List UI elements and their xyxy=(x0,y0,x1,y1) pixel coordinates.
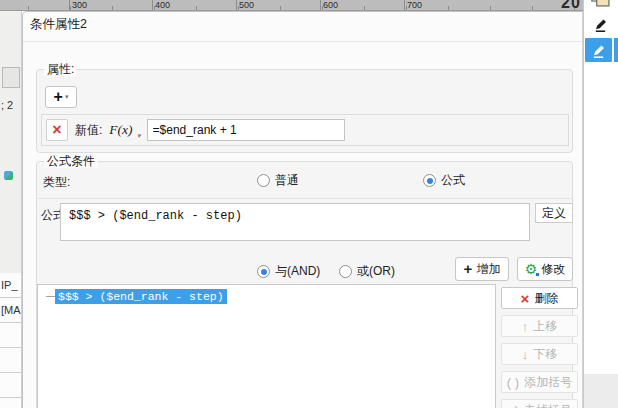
move-down-label: 下移 xyxy=(533,346,557,363)
radio-circle-icon xyxy=(257,174,270,187)
condition-list[interactable]: $$$ > ($end_rank - step) xyxy=(37,284,496,408)
clipped-background-fragment: 20 xyxy=(561,0,581,11)
radio-normal-label: 普通 xyxy=(275,172,299,189)
delete-condition-button[interactable]: × 删除 xyxy=(501,287,578,309)
left-panel-icon xyxy=(4,171,13,180)
pencil-icon-white xyxy=(585,42,612,59)
fx-icon: F(x) xyxy=(109,122,132,137)
horizontal-ruler: 300 400 500 600 700 20 xyxy=(0,0,583,11)
radio-or-label: 或(OR) xyxy=(357,263,395,280)
chevron-down-icon: ▾ xyxy=(65,93,69,101)
grid-cell xyxy=(0,398,21,408)
brackets-icon: ( ) xyxy=(507,376,519,389)
title-separator xyxy=(23,41,582,42)
ruler-mark-500: 500 xyxy=(239,0,254,11)
left-fragment-text: ; 2 xyxy=(1,99,13,111)
delete-label: 删除 xyxy=(534,290,558,307)
left-background-panel: ; 2 IP_ [MA xyxy=(0,11,22,408)
plus-icon: + xyxy=(464,262,473,276)
gear-icon: ⚙ xyxy=(525,262,538,276)
group-inner-separator xyxy=(38,198,573,199)
new-value-input[interactable] xyxy=(147,119,345,141)
add-attribute-button[interactable]: + ▾ xyxy=(45,86,77,108)
grid-cell xyxy=(0,348,21,373)
attributes-group: 属性: + ▾ × 新值: F(x) ▾ xyxy=(36,69,573,153)
grid-cell: [MA xyxy=(0,298,21,323)
pencil-tool-button-active[interactable] xyxy=(585,38,612,62)
formula-condition-group: 公式条件 类型: 普通 公式 公式= $$$ > ($end_rank - st… xyxy=(36,161,573,408)
red-x-icon: × xyxy=(521,292,530,305)
attributes-group-label: 属性: xyxy=(44,62,77,76)
grid-cell xyxy=(0,323,21,348)
modify-condition-button[interactable]: ⚙ 修改 xyxy=(517,257,573,281)
add-brackets-label: 添加括号 xyxy=(524,374,572,391)
pencil-tool-button[interactable] xyxy=(588,13,612,34)
radio-and[interactable]: 与(AND) xyxy=(257,263,320,280)
pencil-icon xyxy=(588,16,612,33)
move-up-button[interactable]: ↑ 上移 xyxy=(501,315,578,337)
radio-formula-label: 公式 xyxy=(441,172,465,189)
condition-attribute-dialog: 条件属性2 属性: + ▾ × 新值: F(x) ▾ 公式 xyxy=(22,11,583,408)
move-up-label: 上移 xyxy=(533,318,557,335)
up-arrow-icon: ↑ xyxy=(522,320,529,333)
define-button[interactable]: 定义 xyxy=(535,203,573,223)
active-tool-indicator xyxy=(614,38,618,62)
formula-fx-button[interactable]: F(x) ▾ xyxy=(109,122,139,138)
remove-brackets-button[interactable]: ×) 去掉括号 xyxy=(501,399,578,408)
grid-cell xyxy=(0,373,21,398)
formula-group-label: 公式条件 xyxy=(44,154,98,168)
formula-input[interactable]: $$$ > ($end_rank - step) xyxy=(60,203,530,241)
condition-actions-column: × 删除 ↑ 上移 ↓ 下移 ( ) 添加括号 ×) 去掉括号 xyxy=(501,287,578,408)
radio-type-normal[interactable]: 普通 xyxy=(257,172,299,189)
radio-circle-icon xyxy=(257,265,270,278)
right-toolbar xyxy=(583,0,618,408)
remove-brackets-icon: ×) xyxy=(507,404,519,408)
modify-condition-label: 修改 xyxy=(541,261,565,278)
red-x-icon: × xyxy=(52,122,61,138)
down-arrow-icon: ↓ xyxy=(522,348,529,361)
radio-circle-icon xyxy=(339,265,352,278)
chevron-down-icon: ▾ xyxy=(137,132,141,140)
type-label: 类型: xyxy=(43,174,70,191)
tree-connector xyxy=(46,296,55,297)
ruler-mark-600: 600 xyxy=(323,0,338,11)
new-value-label: 新值: xyxy=(75,122,102,139)
toolbar-bottom-area xyxy=(584,374,618,408)
ruler-ticks xyxy=(0,6,583,10)
ruler-mark-400: 400 xyxy=(155,0,170,11)
add-condition-button[interactable]: + 增加 xyxy=(455,257,509,281)
plus-icon: + xyxy=(54,89,63,105)
dialog-title: 条件属性2 xyxy=(30,16,87,33)
add-condition-label: 增加 xyxy=(476,261,500,278)
left-panel-cell xyxy=(2,67,20,88)
ruler-mark-700: 700 xyxy=(407,0,422,11)
radio-circle-icon xyxy=(423,174,436,187)
screen: 300 400 500 600 700 20 ; 2 IP_ [MA xyxy=(0,0,618,408)
new-value-row: × 新值: F(x) ▾ xyxy=(41,114,569,146)
ruler-mark-300: 300 xyxy=(72,0,87,11)
copy-icon[interactable] xyxy=(590,0,612,9)
condition-list-selected-item[interactable]: $$$ > ($end_rank - step) xyxy=(55,289,227,304)
radio-or[interactable]: 或(OR) xyxy=(339,263,395,280)
grid-cell: IP_ xyxy=(0,273,21,298)
remove-attribute-button[interactable]: × xyxy=(46,119,68,141)
radio-and-label: 与(AND) xyxy=(275,263,320,280)
move-down-button[interactable]: ↓ 下移 xyxy=(501,343,578,365)
left-grid-rows: IP_ [MA xyxy=(0,273,21,408)
add-brackets-button[interactable]: ( ) 添加括号 xyxy=(501,371,578,393)
radio-type-formula[interactable]: 公式 xyxy=(423,172,465,189)
remove-brackets-label: 去掉括号 xyxy=(524,402,572,408)
